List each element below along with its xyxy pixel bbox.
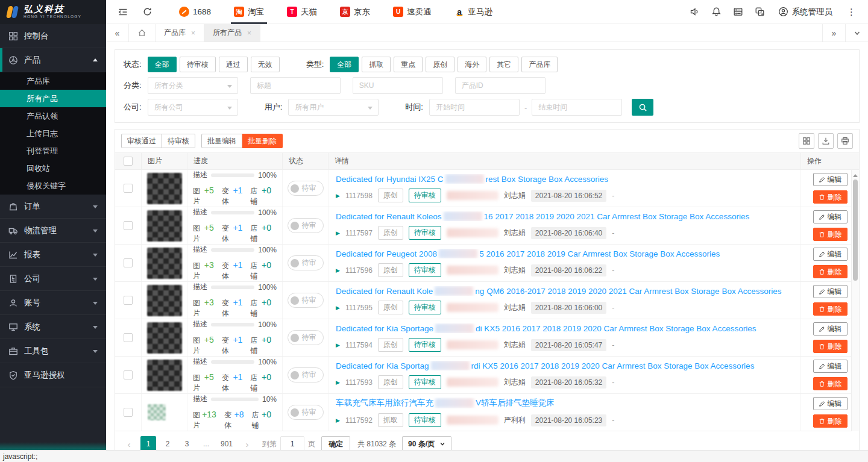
goto-page-input[interactable] — [280, 436, 304, 450]
home-tab[interactable] — [129, 24, 156, 42]
sidebar-item-orders[interactable]: 订单 — [0, 195, 106, 219]
app-grid-icon[interactable] — [728, 0, 749, 24]
batch-edit-button[interactable]: 批量编辑 — [201, 134, 242, 148]
export-icon[interactable] — [818, 133, 834, 149]
edit-button[interactable]: 编辑 — [813, 173, 848, 186]
page-button-1[interactable]: 1 — [140, 436, 156, 450]
end-time-input[interactable] — [532, 99, 622, 116]
type-filter-product-library[interactable]: 产品库 — [521, 57, 558, 72]
status-filter-approved[interactable]: 通过 — [219, 57, 248, 72]
product-title-link[interactable]: Dedicated for Kia Sportag rdi KX5 2016 2… — [336, 361, 793, 370]
close-icon[interactable]: × — [191, 29, 195, 37]
collapse-sidebar-button[interactable] — [111, 0, 135, 24]
scroll-tabs-left-button[interactable]: « — [106, 24, 129, 42]
play-icon[interactable]: ▶ — [336, 267, 340, 273]
type-filter-scraped[interactable]: 抓取 — [362, 57, 391, 72]
delete-button[interactable]: 删除 — [813, 377, 848, 390]
product-thumbnail[interactable] — [147, 173, 182, 204]
edit-button[interactable]: 编辑 — [813, 360, 848, 373]
search-button[interactable] — [632, 99, 653, 116]
more-options-icon[interactable]: ⋮ — [840, 7, 863, 17]
sidebar-item-reports[interactable]: 报表 — [0, 243, 106, 267]
sidebar-item-logistics[interactable]: 物流管理 — [0, 219, 106, 243]
notification-bell-icon[interactable] — [706, 0, 728, 24]
product-title-link[interactable]: Dedicated for Renault Koleos 16 2017 201… — [336, 211, 793, 221]
delete-button[interactable]: 删除 — [813, 190, 848, 204]
title-input[interactable] — [250, 77, 341, 94]
company-select[interactable]: 所有公司 — [148, 99, 238, 116]
category-select[interactable]: 所有分类 — [148, 77, 238, 94]
delete-button[interactable]: 删除 — [813, 228, 848, 241]
approve-button[interactable]: 审核通过 — [121, 134, 162, 148]
user-menu[interactable]: 系统管理员 — [771, 7, 840, 17]
delete-button[interactable]: 删除 — [813, 302, 848, 316]
status-filter-invalid[interactable]: 无效 — [251, 57, 280, 72]
theme-switch-icon[interactable] — [749, 0, 771, 24]
scrollbar-thumb[interactable] — [853, 179, 858, 281]
close-icon[interactable]: × — [247, 29, 251, 37]
tab-all-products[interactable]: 所有产品 × — [204, 24, 260, 42]
sidebar-item-dashboard[interactable]: 控制台 — [0, 24, 106, 48]
row-checkbox[interactable] — [124, 370, 133, 379]
scroll-tabs-right-button[interactable]: » — [822, 24, 845, 42]
sidebar-item-recycle-bin[interactable]: 回收站 — [0, 160, 106, 177]
tab-jd[interactable]: 京 京东 — [329, 0, 382, 24]
type-filter-other[interactable]: 其它 — [489, 57, 518, 72]
play-icon[interactable]: ▶ — [336, 193, 340, 199]
play-icon[interactable]: ▶ — [336, 230, 340, 236]
edit-button[interactable]: 编辑 — [813, 322, 848, 336]
sidebar-item-product-claim[interactable]: 产品认领 — [0, 107, 106, 125]
tab-aliexpress[interactable]: U 速卖通 — [382, 0, 443, 24]
product-thumbnail[interactable] — [148, 404, 166, 420]
row-checkbox[interactable] — [124, 408, 133, 417]
start-time-input[interactable] — [429, 99, 520, 116]
product-id-input[interactable] — [455, 77, 546, 94]
sku-input[interactable] — [353, 77, 443, 94]
sidebar-item-upload-log[interactable]: 上传日志 — [0, 125, 106, 142]
play-icon[interactable]: ▶ — [336, 379, 340, 386]
print-icon[interactable] — [837, 133, 853, 149]
sidebar-item-amazon-auth[interactable]: 亚马逊授权 — [0, 363, 106, 387]
user-select[interactable]: 所有用户 — [288, 99, 379, 116]
sidebar-item-infringement-keywords[interactable]: 侵权关键字 — [0, 177, 106, 195]
row-checkbox[interactable] — [124, 258, 133, 267]
product-thumbnail[interactable] — [147, 285, 182, 316]
edit-button[interactable]: 编辑 — [813, 397, 848, 410]
batch-delete-button[interactable]: 批量删除 — [242, 134, 283, 148]
product-title-link[interactable]: Dedicated for Hyundai IX25 C rest Box St… — [336, 174, 793, 184]
type-filter-overseas[interactable]: 海外 — [458, 57, 486, 72]
product-title-link[interactable]: 车载充气床车用旅行汽车充 V轿车后排气垫睡觉床 — [336, 398, 793, 408]
sidebar-item-product-library[interactable]: 产品库 — [0, 72, 106, 90]
tab-options-button[interactable] — [845, 24, 868, 42]
delete-button[interactable]: 删除 — [813, 414, 848, 428]
filter-columns-icon[interactable] — [799, 133, 814, 149]
tab-product-library[interactable]: 产品库 × — [156, 24, 204, 42]
status-filter-all[interactable]: 全部 — [148, 57, 177, 72]
product-thumbnail[interactable] — [147, 248, 182, 279]
product-title-link[interactable]: Dedicated for Peugeot 2008 5 2016 2017 2… — [336, 249, 793, 258]
sidebar-item-all-products[interactable]: 所有产品 — [0, 90, 106, 107]
row-checkbox[interactable] — [124, 221, 133, 230]
page-button-2[interactable]: 2 — [160, 436, 175, 450]
volume-icon[interactable] — [684, 0, 706, 24]
next-page-button[interactable]: › — [239, 436, 255, 450]
row-checkbox[interactable] — [124, 184, 133, 193]
sidebar-item-system[interactable]: 系统 — [0, 315, 106, 339]
delete-button[interactable]: 删除 — [813, 265, 848, 278]
sidebar-item-account[interactable]: 账号 — [0, 291, 106, 315]
tab-1688[interactable]: 1688 — [168, 0, 222, 24]
product-title-link[interactable]: Dedicated for Renault Kole ng QM6 2016-2… — [336, 286, 793, 296]
page-button-3[interactable]: 3 — [179, 436, 195, 450]
goto-confirm-button[interactable]: 确定 — [321, 436, 350, 450]
status-filter-pending[interactable]: 待审核 — [180, 57, 216, 72]
tab-amazon[interactable]: a 亚马逊 — [443, 0, 505, 24]
tab-taobao[interactable]: 淘 淘宝 — [222, 0, 275, 24]
scroll-up-icon[interactable] — [853, 172, 858, 177]
edit-button[interactable]: 编辑 — [813, 210, 848, 223]
select-all-checkbox[interactable] — [124, 157, 133, 166]
product-thumbnail[interactable] — [147, 210, 182, 242]
edit-button[interactable]: 编辑 — [813, 248, 848, 261]
play-icon[interactable]: ▶ — [336, 305, 340, 311]
edit-button[interactable]: 编辑 — [813, 285, 848, 298]
prev-page-button[interactable]: ‹ — [121, 436, 137, 450]
